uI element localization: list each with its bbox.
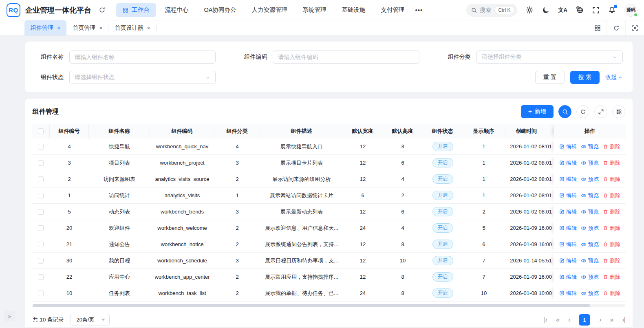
nav-item[interactable]: 人力资源管理 — [245, 3, 293, 17]
name-label: 组件名称 — [35, 53, 64, 61]
page-tab[interactable]: 首页管理 × — [66, 20, 108, 35]
row-checkbox[interactable] — [38, 291, 44, 296]
nav-item[interactable]: OA协同办公 — [198, 3, 243, 17]
delete-button[interactable]: 删除 — [603, 208, 620, 216]
row-checkbox[interactable] — [38, 225, 44, 231]
edit-button[interactable]: 编辑 — [559, 257, 577, 264]
header-refresh-icon[interactable] — [99, 7, 106, 13]
nav-item-label: 流程中心 — [165, 6, 189, 14]
preview-button[interactable]: 预览 — [581, 241, 599, 248]
delete-button[interactable]: 删除 — [603, 159, 620, 167]
timezone-globe-icon[interactable] — [576, 6, 584, 14]
dark-mode-moon-icon[interactable] — [542, 6, 550, 14]
preview-button[interactable]: 预览 — [581, 290, 599, 297]
status-placeholder: 请选择组件状态 — [75, 74, 115, 81]
global-search-input[interactable]: 搜索 Ctrl K — [466, 4, 517, 17]
fullscreen-icon[interactable] — [592, 7, 600, 14]
row-checkbox[interactable] — [38, 209, 44, 215]
next-group-button[interactable]: » — [610, 316, 613, 324]
scrollbar-thumb[interactable] — [33, 304, 590, 307]
edit-button[interactable]: 编辑 — [559, 176, 577, 183]
row-checkbox[interactable] — [38, 144, 44, 150]
edit-button[interactable]: 编辑 — [559, 143, 577, 150]
user-avatar[interactable]: 源码 — [624, 4, 637, 17]
prev-page-button[interactable]: ‹ — [568, 316, 570, 324]
search-button[interactable]: 搜 索 — [570, 71, 600, 84]
collapse-filter-link[interactable]: 收起 — [605, 74, 623, 81]
expand-table-button[interactable] — [594, 105, 607, 118]
next-page-button[interactable]: › — [599, 316, 601, 324]
sidebar-expand-button[interactable]: » — [4, 310, 15, 321]
first-page-button[interactable]: |‹ — [544, 316, 547, 324]
preview-button[interactable]: 预览 — [581, 176, 599, 183]
cell-actions: 编辑 预览 删除 — [554, 155, 626, 171]
row-checkbox[interactable] — [38, 160, 44, 166]
nav-item[interactable]: 支付管理 — [374, 3, 411, 17]
tab-close-icon[interactable]: × — [99, 25, 102, 31]
edit-button[interactable]: 编辑 — [559, 208, 577, 216]
component-code-input[interactable] — [278, 54, 414, 60]
component-category-select[interactable]: 请选择组件分类 — [476, 51, 623, 64]
tab-close-icon[interactable]: × — [57, 25, 60, 31]
nav-more-button[interactable]: ••• — [411, 7, 427, 13]
nav-item[interactable]: 工作台 — [116, 3, 156, 17]
tab-close-icon[interactable]: × — [147, 25, 150, 31]
delete-button[interactable]: 删除 — [603, 225, 620, 232]
edit-button[interactable]: 编辑 — [559, 159, 577, 167]
row-checkbox[interactable] — [38, 193, 44, 198]
edit-button[interactable]: 编辑 — [559, 241, 577, 248]
row-checkbox[interactable] — [38, 176, 44, 182]
last-page-button[interactable]: ›| — [622, 316, 625, 324]
edit-button[interactable]: 编辑 — [559, 273, 577, 281]
cell-height: 2 — [382, 187, 423, 203]
preview-button[interactable]: 预览 — [581, 273, 599, 281]
nav-item[interactable]: 基础设施 — [335, 3, 372, 17]
cell-name: 项目列表 — [89, 155, 150, 171]
preview-button[interactable]: 预览 — [581, 159, 599, 167]
toggle-search-button[interactable] — [558, 105, 571, 118]
nav-item[interactable]: 流程中心 — [159, 3, 195, 17]
edit-button[interactable]: 编辑 — [559, 192, 577, 199]
delete-button[interactable]: 删除 — [603, 192, 620, 199]
tab-fullscreen-icon[interactable] — [625, 20, 644, 35]
page-size-select[interactable]: 20条/页 — [71, 314, 110, 326]
preview-button[interactable]: 预览 — [581, 208, 599, 216]
preview-button[interactable]: 预览 — [581, 143, 599, 150]
row-checkbox[interactable] — [38, 258, 44, 264]
add-button[interactable]: + 新增 — [521, 105, 554, 118]
tab-layout-grid-icon[interactable] — [588, 20, 607, 35]
caret-down-icon — [101, 319, 105, 321]
reset-button[interactable]: 重 置 — [535, 71, 565, 84]
notification-bell-icon[interactable] — [608, 6, 616, 14]
component-status-select[interactable]: 请选择组件状态 — [69, 71, 216, 84]
search-icon — [471, 7, 477, 13]
delete-button[interactable]: 删除 — [603, 290, 620, 297]
page-body: » 组件名称 组件编码 组件分类 — [0, 36, 644, 327]
nav-item[interactable]: 系统管理 — [296, 3, 333, 17]
tab-refresh-icon[interactable] — [607, 20, 625, 35]
page-tab[interactable]: 组件管理 × — [24, 20, 66, 35]
delete-button[interactable]: 删除 — [603, 143, 620, 150]
preview-button[interactable]: 预览 — [581, 257, 599, 264]
cell-actions: 编辑 预览 删除 — [554, 171, 626, 187]
page-tab[interactable]: 首页设计器 × — [108, 20, 156, 35]
preview-button[interactable]: 预览 — [581, 225, 599, 232]
row-checkbox[interactable] — [38, 242, 44, 247]
row-checkbox[interactable] — [38, 274, 44, 280]
settings-gear-icon[interactable] — [526, 6, 534, 14]
edit-button[interactable]: 编辑 — [559, 290, 577, 297]
language-translate-icon[interactable]: 文A — [558, 7, 567, 14]
preview-button[interactable]: 预览 — [581, 192, 599, 199]
column-settings-button[interactable] — [612, 105, 625, 118]
delete-button[interactable]: 删除 — [603, 273, 620, 281]
delete-button[interactable]: 删除 — [603, 176, 620, 183]
prev-group-button[interactable]: « — [556, 316, 559, 324]
select-all-checkbox[interactable] — [38, 128, 44, 134]
cell-status: 开启 — [423, 236, 462, 252]
component-name-input[interactable] — [75, 54, 210, 60]
delete-button[interactable]: 删除 — [603, 241, 620, 248]
current-page-button[interactable]: 1 — [579, 314, 590, 326]
refresh-table-button[interactable] — [576, 105, 589, 118]
delete-button[interactable]: 删除 — [603, 257, 620, 264]
edit-button[interactable]: 编辑 — [559, 225, 577, 232]
